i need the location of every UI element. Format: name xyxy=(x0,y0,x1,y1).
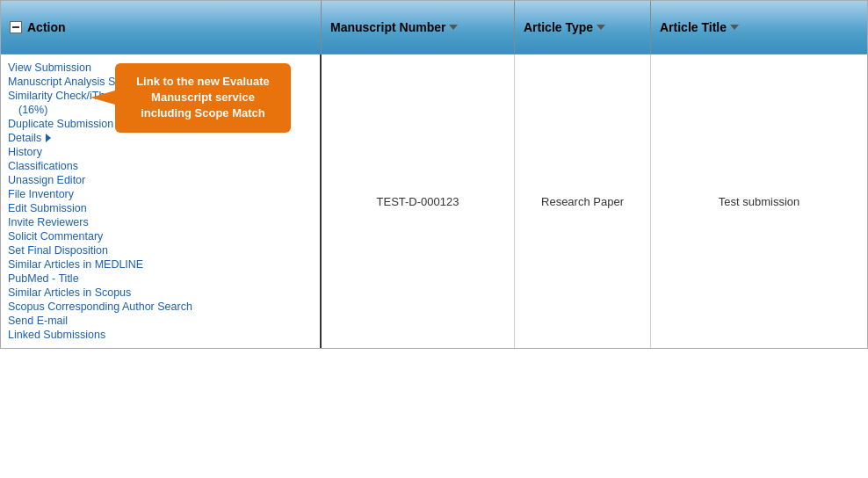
link-set-final-disposition[interactable]: Set Final Disposition xyxy=(8,244,313,257)
link-scopus-corresponding[interactable]: Scopus Corresponding Author Search xyxy=(8,301,313,313)
table-header: Action Manuscript Number Article Type Ar… xyxy=(1,1,867,54)
link-similar-articles-medline[interactable]: Similar Articles in MEDLINE xyxy=(8,258,313,271)
header-action: Action xyxy=(1,1,322,54)
details-row: Details xyxy=(8,132,313,144)
action-header-label: Action xyxy=(27,20,66,34)
link-history[interactable]: History xyxy=(8,146,313,158)
article-type-cell: Research Paper xyxy=(515,54,651,348)
link-send-email[interactable]: Send E-mail xyxy=(8,315,313,327)
link-details[interactable]: Details xyxy=(8,132,41,144)
table-body: View Submission Manuscript Analysis Serv… xyxy=(1,54,867,348)
tooltip-box: Link to the new Evaluate Manuscript serv… xyxy=(115,63,291,133)
link-file-inventory[interactable]: File Inventory xyxy=(8,188,313,200)
header-manuscript-number: Manuscript Number xyxy=(322,1,515,54)
tooltip-text: Link to the new Evaluate Manuscript serv… xyxy=(136,75,270,120)
link-similar-articles-scopus[interactable]: Similar Articles in Scopus xyxy=(8,286,313,299)
sort-arrow-article-type[interactable] xyxy=(597,25,605,30)
link-solicit-commentary[interactable]: Solicit Commentary xyxy=(8,230,313,243)
manuscript-number-value: TEST-D-000123 xyxy=(377,195,459,208)
sort-arrow-article-title[interactable] xyxy=(730,25,739,30)
article-title-label: Article Title xyxy=(660,20,727,34)
link-invite-reviewers[interactable]: Invite Reviewers xyxy=(8,216,313,228)
link-classifications[interactable]: Classifications xyxy=(8,160,313,172)
tooltip-container: Link to the new Evaluate Manuscript serv… xyxy=(115,63,291,133)
article-title-value: Test submission xyxy=(719,195,799,208)
article-type-label: Article Type xyxy=(524,20,593,34)
link-unassign-editor[interactable]: Unassign Editor xyxy=(8,174,313,186)
header-article-title: Article Title xyxy=(651,1,867,54)
main-table: Action Manuscript Number Article Type Ar… xyxy=(0,0,868,349)
article-title-cell: Test submission xyxy=(651,54,867,348)
header-article-type: Article Type xyxy=(515,1,651,54)
manuscript-number-cell: TEST-D-000123 xyxy=(322,54,515,348)
link-edit-submission[interactable]: Edit Submission xyxy=(8,202,313,214)
sort-arrow-manuscript[interactable] xyxy=(449,25,458,30)
triangle-icon xyxy=(46,134,51,142)
article-type-value: Research Paper xyxy=(541,195,624,208)
action-cell: View Submission Manuscript Analysis Serv… xyxy=(1,54,322,348)
link-pubmed-title[interactable]: PubMed - Title xyxy=(8,272,313,285)
link-linked-submissions[interactable]: Linked Submissions xyxy=(8,329,313,341)
collapse-icon[interactable] xyxy=(10,21,22,33)
manuscript-number-label: Manuscript Number xyxy=(330,20,445,34)
